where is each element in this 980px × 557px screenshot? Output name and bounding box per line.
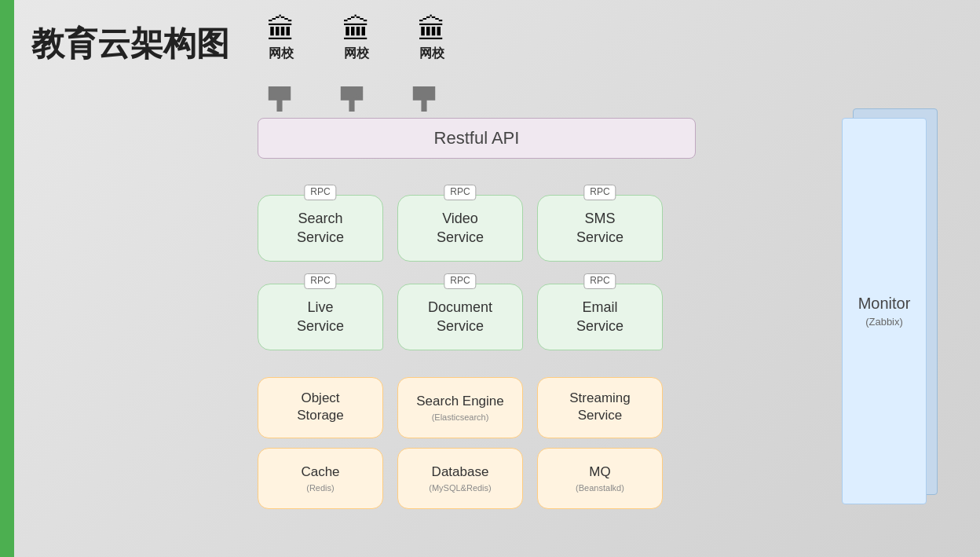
school-label-2: 网校 bbox=[344, 46, 369, 62]
live-service-box: RPC Live Service bbox=[258, 284, 383, 350]
video-rpc-badge: RPC bbox=[444, 185, 476, 200]
search-service-label: Search Service bbox=[297, 210, 344, 247]
svg-marker-2 bbox=[413, 86, 435, 112]
school-3: 🏛 网校 bbox=[418, 16, 446, 62]
mq-label: MQ bbox=[589, 464, 610, 481]
schools-area: 🏛 网校 🏛 网校 🏛 网校 bbox=[267, 16, 446, 62]
email-service-label: Email Service bbox=[576, 299, 623, 335]
monitor-container: Monitor (Zabbix) bbox=[842, 118, 927, 504]
cache-box: Cache (Redis) bbox=[258, 448, 383, 509]
video-service-box: RPC Video Service bbox=[397, 195, 523, 262]
school-label-3: 网校 bbox=[419, 46, 444, 62]
monitor-label: Monitor bbox=[858, 295, 911, 313]
cache-sub: (Redis) bbox=[306, 482, 334, 493]
email-rpc-badge: RPC bbox=[583, 273, 616, 289]
mq-sub: (Beanstalkd) bbox=[576, 482, 624, 493]
document-service-box: RPC Document Service bbox=[397, 284, 523, 350]
infra-row-2: Cache (Redis) Database (MySQL&Redis) MQ … bbox=[258, 448, 696, 509]
search-engine-label: Search Engine bbox=[416, 393, 504, 410]
sms-service-box: RPC SMS Service bbox=[537, 195, 663, 262]
object-storage-box: Object Storage bbox=[258, 377, 383, 438]
mq-box: MQ (Beanstalkd) bbox=[537, 448, 663, 509]
object-storage-label: Object Storage bbox=[297, 390, 344, 424]
arrow-3 bbox=[411, 86, 437, 112]
service-row-1: RPC Search Service RPC Video Service RPC… bbox=[258, 195, 696, 262]
email-service-box: RPC Email Service bbox=[537, 284, 663, 350]
service-row-2: RPC Live Service RPC Document Service RP… bbox=[258, 284, 696, 350]
svg-marker-0 bbox=[269, 86, 291, 112]
document-rpc-badge: RPC bbox=[444, 273, 476, 289]
school-label-1: 网校 bbox=[269, 46, 294, 62]
search-service-box: RPC Search Service bbox=[258, 195, 383, 262]
arrow-1 bbox=[267, 86, 292, 112]
live-rpc-badge: RPC bbox=[304, 273, 336, 289]
sms-rpc-badge: RPC bbox=[583, 185, 616, 200]
streaming-service-box: Streaming Service bbox=[537, 377, 663, 438]
arrow-2 bbox=[339, 86, 364, 112]
services-area: RPC Search Service RPC Video Service RPC… bbox=[258, 173, 696, 357]
search-rpc-badge: RPC bbox=[304, 185, 336, 200]
video-service-label: Video Service bbox=[437, 210, 484, 247]
database-sub: (MySQL&Redis) bbox=[429, 482, 491, 493]
school-1: 🏛 网校 bbox=[267, 16, 295, 62]
search-engine-box: Search Engine (Elasticsearch) bbox=[397, 377, 523, 438]
school-2: 🏛 网校 bbox=[342, 16, 371, 62]
database-label: Database bbox=[432, 464, 489, 481]
arrows-area bbox=[267, 86, 437, 112]
restful-api-label: Restful API bbox=[434, 128, 520, 148]
school-icon-2: 🏛 bbox=[342, 16, 371, 44]
infra-row-1: Object Storage Search Engine (Elasticsea… bbox=[258, 377, 696, 438]
live-service-label: Live Service bbox=[297, 299, 344, 335]
page-title: 教育云架构图 bbox=[31, 22, 229, 66]
monitor-sub-label: (Zabbix) bbox=[865, 316, 903, 328]
school-icon-1: 🏛 bbox=[267, 16, 295, 44]
restful-api-box: Restful API bbox=[258, 118, 696, 159]
document-service-label: Document Service bbox=[428, 299, 492, 335]
search-engine-sub: (Elasticsearch) bbox=[432, 412, 489, 423]
database-box: Database (MySQL&Redis) bbox=[397, 448, 523, 509]
cache-label: Cache bbox=[301, 464, 339, 481]
school-icon-3: 🏛 bbox=[418, 16, 446, 44]
sms-service-label: SMS Service bbox=[576, 210, 623, 247]
svg-marker-1 bbox=[341, 86, 363, 112]
monitor-box: Monitor (Zabbix) bbox=[842, 118, 927, 504]
left-accent-bar bbox=[0, 0, 14, 557]
streaming-service-label: Streaming Service bbox=[569, 390, 630, 424]
infra-area: Object Storage Search Engine (Elasticsea… bbox=[258, 377, 696, 519]
